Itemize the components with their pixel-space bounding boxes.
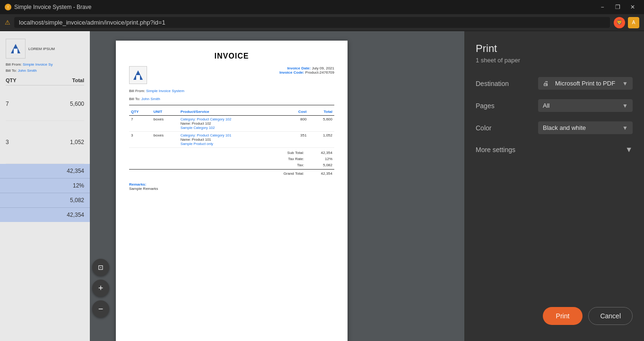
dialog-title: Print — [476, 43, 520, 55]
tax-label: Tax: — [297, 163, 304, 167]
invoice-paper: INVOICE Invoice Date: July 09, 2021 Invo… — [116, 41, 348, 341]
bg-invoice-columns: LOREM IPSUM Bill From: Simple Invoice Sy… — [0, 31, 90, 341]
th-total: Total — [308, 108, 334, 116]
bg-bill-from: Bill From: Simple Invoice Sy — [6, 62, 84, 67]
destination-row: Destination 🖨 Microsoft Print to PDF ▼ — [476, 77, 633, 90]
invoice-totals: Sub Total: 42,354 Tax Rate: 12% Tax: 5,0… — [129, 150, 334, 177]
invoice-date-value: July 09, 2021 — [312, 66, 334, 70]
pages-row: Pages All ▼ — [476, 99, 633, 112]
subtotal-value: 42,354 — [313, 151, 332, 155]
remarks-text: Sample Remarks — [129, 187, 334, 191]
title-bar-controls: − ❐ ✕ — [596, 2, 639, 12]
color-select[interactable]: Black and white ▼ — [538, 121, 633, 134]
row1-product: Category: Product Category 102 Name: Pro… — [179, 116, 285, 132]
destination-select[interactable]: 🖨 Microsoft Print to PDF ▼ — [538, 77, 633, 90]
invoice-code-value: Product-2476709 — [305, 70, 334, 75]
main-content: LOREM IPSUM Bill From: Simple Invoice Sy… — [0, 31, 644, 341]
taxrate-label: Tax Rate: — [288, 157, 304, 161]
bg-logo-text: LOREM IPSUM — [28, 47, 55, 51]
close-button[interactable]: ✕ — [626, 2, 639, 12]
row2-unit: boxes — [152, 132, 179, 148]
dialog-header: Print 1 sheet of paper — [476, 43, 633, 64]
destination-value: Microsoft Print to PDF — [555, 80, 615, 87]
print-button[interactable]: Print — [543, 307, 583, 325]
remarks-label: Remarks: — [129, 182, 334, 187]
color-chevron-icon: ▼ — [622, 125, 628, 131]
invoice-header: Invoice Date: July 09, 2021 Invoice Code… — [129, 66, 334, 84]
bg-tax: 5,082 — [70, 197, 84, 204]
row1-cost: 800 — [285, 116, 308, 132]
dialog-footer: Print Cancel — [476, 307, 633, 330]
bg-row2-qty: 3 — [6, 139, 9, 145]
svg-rect-3 — [136, 75, 140, 80]
bg-bill-to: Bill To: John Smith — [6, 68, 84, 73]
bg-grandtotal: 42,354 — [67, 212, 84, 218]
subtotal-label: Sub Total: — [287, 151, 304, 155]
address-bar: ⚠ localhost/simple_invoice/admin/invoice… — [0, 14, 644, 31]
url-bar[interactable]: localhost/simple_invoice/admin/invoice/p… — [14, 17, 610, 28]
print-dialog: Print 1 sheet of paper Destination 🖨 Mic… — [464, 31, 644, 341]
invoice-info-right: Invoice Date: July 09, 2021 Invoice Code… — [279, 66, 334, 84]
printer-icon: 🖨 — [543, 80, 549, 87]
url-host: localhost — [19, 19, 43, 26]
restore-button[interactable]: ❐ — [611, 2, 624, 12]
pages-label: Pages — [476, 102, 518, 110]
row2-total: 1,052 — [308, 132, 334, 148]
bg-taxrate: 12% — [73, 182, 84, 189]
row2-product: Category: Product Category 101 Name: Pro… — [179, 132, 285, 148]
bill-to-link[interactable]: John Smith — [141, 97, 160, 101]
fit-icon: ⊡ — [98, 264, 104, 271]
bill-from-link[interactable]: Simple Invoice System — [146, 89, 184, 93]
bg-total-header: Total — [72, 77, 84, 83]
bg-row1-total: 5,600 — [70, 101, 84, 107]
taxrate-value: 12% — [313, 157, 332, 161]
color-row: Color Black and white ▼ — [476, 121, 633, 134]
row2-qty: 3 — [129, 132, 152, 148]
remarks-section: Remarks: Sample Remarks — [129, 182, 334, 191]
fit-to-page-button[interactable]: ⊡ — [92, 259, 109, 276]
left-panel: LOREM IPSUM Bill From: Simple Invoice Sy… — [0, 31, 644, 341]
table-row: 3 boxes Category: Product Category 101 N… — [129, 132, 334, 148]
minimize-button[interactable]: − — [596, 2, 609, 12]
color-value: Black and white — [543, 124, 586, 131]
zoom-out-button[interactable]: − — [92, 300, 109, 317]
bg-subtotal: 42,354 — [67, 168, 84, 174]
pages-chevron-icon: ▼ — [622, 102, 628, 109]
bg-logo — [6, 39, 26, 59]
invoice-logo — [129, 66, 147, 84]
zoom-out-icon: − — [98, 304, 104, 314]
row2-category: Category: Product Category 101 — [181, 133, 283, 137]
row1-sample: Sample Category 102 — [181, 126, 283, 130]
invoice-bill-from: Bill From: Simple Invoice System — [129, 89, 334, 93]
row1-total: 5,600 — [308, 116, 334, 132]
row1-category: Category: Product Category 102 — [181, 117, 283, 121]
brave-shield-icon[interactable]: 🦁 — [614, 17, 625, 28]
zoom-controls: ⊡ + − — [92, 259, 109, 317]
row1-qty: 7 — [129, 116, 152, 132]
th-cost: Cost — [285, 108, 308, 116]
grandtotal-label: Grand Total: — [284, 171, 304, 176]
addon-icon[interactable]: A — [628, 17, 639, 28]
th-qty: QTY — [129, 108, 152, 116]
row2-sample: Sample Product only — [181, 142, 283, 146]
zoom-in-icon: + — [98, 283, 104, 293]
bg-qty-header: QTY — [6, 77, 17, 83]
more-settings-chevron-icon: ▼ — [625, 145, 633, 154]
zoom-in-button[interactable]: + — [92, 280, 109, 297]
table-row: 7 boxes Category: Product Category 102 N… — [129, 116, 334, 132]
bg-row2-total: 1,052 — [70, 139, 84, 145]
cancel-button[interactable]: Cancel — [588, 307, 633, 325]
more-settings-row[interactable]: More settings ▼ — [476, 145, 633, 154]
row1-unit: boxes — [152, 116, 179, 132]
url-path: /simple_invoice/admin/invoice/print.php?… — [43, 19, 165, 26]
tax-value: 5,082 — [313, 163, 332, 167]
pages-select[interactable]: All ▼ — [538, 99, 633, 112]
security-warning-icon: ⚠ — [5, 19, 10, 26]
invoice-paper-wrapper: INVOICE Invoice Date: July 09, 2021 Invo… — [109, 31, 355, 341]
title-bar-left: ! Simple Invoice System - Brave — [5, 4, 91, 10]
title-bar: ! Simple Invoice System - Brave − ❐ ✕ — [0, 0, 644, 14]
grandtotal-value: 42,354 — [313, 171, 332, 176]
bg-row1-qty: 7 — [6, 101, 9, 107]
invoice-bill-to: Bill To: John Smith — [129, 97, 334, 101]
browser-extensions: 🦁 A — [614, 17, 639, 28]
